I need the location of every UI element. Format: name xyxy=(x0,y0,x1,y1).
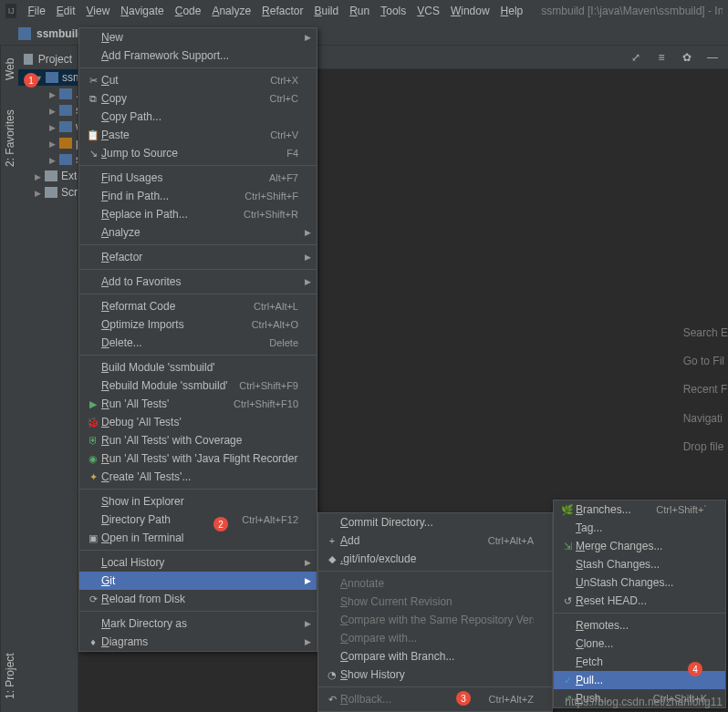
menu-shortcut: Ctrl+Shift+F10 xyxy=(234,398,298,409)
menu-item[interactable]: Show in Explorer xyxy=(79,492,317,511)
menu-item[interactable]: Compare with Branch... xyxy=(318,647,552,666)
menu-item[interactable]: Delete...Delete xyxy=(79,334,317,352)
menu-item[interactable]: Add to Favorites▶ xyxy=(79,273,317,291)
toolwindow-favorites[interactable]: 2: Favorites xyxy=(2,104,18,172)
menu-item[interactable]: ◉Run 'All Tests' with 'Java Flight Recor… xyxy=(79,449,317,468)
menubar-item-file[interactable]: File xyxy=(22,3,50,19)
menu-label: Analyze xyxy=(101,226,298,239)
folder-icon xyxy=(59,105,72,116)
menubar-item-navigate[interactable]: Navigate xyxy=(115,3,169,19)
menu-item[interactable]: Directory PathCtrl+Alt+F12 xyxy=(79,511,317,529)
menu-item[interactable]: Tag... xyxy=(554,519,725,537)
menu-label: Reset HEAD... xyxy=(576,594,707,607)
menu-item[interactable]: Reformat CodeCtrl+Alt+L xyxy=(79,297,317,315)
menu-item[interactable]: Add Framework Support... xyxy=(79,46,317,65)
chevron-right-icon: ▶ xyxy=(305,277,311,286)
menu-label: Compare with the Same Repository Version xyxy=(340,614,534,626)
menubar-item-refactor[interactable]: Refactor xyxy=(256,3,308,19)
menu-item[interactable]: ⟳Reload from Disk xyxy=(79,590,317,608)
tree-item[interactable]: ▶ss xyxy=(18,151,78,168)
menu-label: Create 'All Tests'... xyxy=(101,470,298,483)
menu-label: Commit Directory... xyxy=(340,516,534,529)
menu-icon: ▣ xyxy=(85,532,101,544)
menu-icon: + xyxy=(324,535,340,546)
tree-item[interactable]: ▶sr xyxy=(18,102,78,119)
menu-item[interactable]: ▶Run 'All Tests'Ctrl+Shift+F10 xyxy=(79,395,317,413)
menubar-item-help[interactable]: Help xyxy=(495,3,529,19)
menu-item[interactable]: Find in Path...Ctrl+Shift+F xyxy=(79,187,317,205)
menu-item[interactable]: Replace in Path...Ctrl+Shift+R xyxy=(79,205,317,223)
menu-item[interactable]: Rebuild Module 'ssmbuild'Ctrl+Shift+F9 xyxy=(79,377,317,395)
menu-item[interactable]: ♦Diagrams▶ xyxy=(79,633,317,651)
menu-item[interactable]: ↺Reset HEAD... xyxy=(554,592,725,610)
menu-item[interactable]: Refactor▶ xyxy=(79,248,317,266)
menu-label: Delete... xyxy=(101,336,258,349)
settings-icon[interactable]: ✿ xyxy=(679,49,695,66)
hide-icon[interactable]: — xyxy=(704,49,721,66)
menu-item[interactable]: Find UsagesAlt+F7 xyxy=(79,169,317,187)
tree-item[interactable]: ▶Scrat xyxy=(18,184,78,201)
tree-item[interactable]: ▶we xyxy=(18,119,78,135)
menu-label: Clone... xyxy=(576,637,707,650)
menu-item[interactable]: ▣Open in Terminal xyxy=(79,529,317,547)
expand-all-icon[interactable]: ⤢ xyxy=(628,49,644,66)
menu-item[interactable]: ✦Create 'All Tests'... xyxy=(79,468,317,486)
project-panel-header[interactable]: Project xyxy=(18,49,78,69)
collapse-all-icon[interactable]: ≡ xyxy=(653,49,670,66)
menubar-item-vcs[interactable]: VCS xyxy=(411,3,445,19)
menu-item[interactable]: Commit Directory... xyxy=(318,513,552,531)
breadcrumb-project[interactable]: ssmbuild xyxy=(36,27,85,40)
menu-label: Pull... xyxy=(576,674,707,686)
menubar-item-code[interactable]: Code xyxy=(170,3,207,19)
tree-item[interactable]: ▶po xyxy=(18,135,78,151)
menubar-item-run[interactable]: Run xyxy=(344,3,375,19)
menu-item[interactable]: Git▶ xyxy=(79,572,317,590)
menubar-item-view[interactable]: View xyxy=(81,3,116,19)
menu-item[interactable]: ◔Show History xyxy=(318,666,552,684)
menu-item[interactable]: Clone... xyxy=(554,635,725,653)
menu-icon: ◔ xyxy=(324,669,340,681)
menu-item[interactable]: ⇲Merge Changes... xyxy=(554,537,725,555)
context-menu-project: New▶Add Framework Support...✂CutCtrl+X⧉C… xyxy=(78,27,317,652)
menu-item[interactable]: Remotes... xyxy=(554,616,725,635)
toolwindow-web[interactable]: Web xyxy=(2,53,18,86)
menu-item[interactable]: Optimize ImportsCtrl+Alt+O xyxy=(79,315,317,334)
menu-item[interactable]: Copy Path... xyxy=(79,108,317,126)
menu-item[interactable]: ◆.git/info/exclude xyxy=(318,550,552,568)
menu-label: Reformat Code xyxy=(101,300,243,313)
menubar: IJ FileEditViewNavigateCodeAnalyzeRefact… xyxy=(0,0,728,22)
menu-label: Directory Path xyxy=(101,513,231,526)
menu-item[interactable]: ↘Jump to SourceF4 xyxy=(79,144,317,162)
tree-item[interactable]: ▶.id xyxy=(18,86,78,102)
module-icon xyxy=(46,72,58,83)
menubar-item-edit[interactable]: Edit xyxy=(51,3,81,19)
menu-item[interactable]: New▶ xyxy=(79,28,317,46)
menu-label: Diagrams xyxy=(101,635,298,648)
menu-item[interactable]: ⧉CopyCtrl+C xyxy=(79,89,317,108)
menubar-item-tools[interactable]: Tools xyxy=(375,3,411,19)
toolwindow-project[interactable]: 1: Project xyxy=(2,647,18,705)
menu-item[interactable]: +AddCtrl+Alt+A xyxy=(318,531,552,550)
menu-item[interactable]: 🌿Branches...Ctrl+Shift+` xyxy=(554,500,725,519)
menu-item[interactable]: Stash Changes... xyxy=(554,555,725,573)
menu-label: Replace in Path... xyxy=(101,208,233,221)
menu-label: Tag... xyxy=(576,521,707,534)
menu-item[interactable]: ✂CutCtrl+X xyxy=(79,71,317,89)
menu-item[interactable]: ⛨Run 'All Tests' with Coverage xyxy=(79,431,317,449)
menubar-item-analyze[interactable]: Analyze xyxy=(206,3,256,19)
menu-item[interactable]: 🐞Debug 'All Tests' xyxy=(79,413,317,431)
menu-label: Remotes... xyxy=(576,619,707,632)
tree-item[interactable]: ▶Exter xyxy=(18,168,78,184)
menubar-item-window[interactable]: Window xyxy=(445,3,495,19)
menu-item[interactable]: Local History▶ xyxy=(79,553,317,572)
menu-item[interactable]: Build Module 'ssmbuild' xyxy=(79,358,317,377)
folder-icon xyxy=(59,154,72,165)
menubar-item-build[interactable]: Build xyxy=(308,3,344,19)
menu-label: Jump to Source xyxy=(101,147,276,160)
menu-item[interactable]: Analyze▶ xyxy=(79,223,317,242)
menu-item: Show Current Revision xyxy=(318,593,552,611)
menu-item[interactable]: UnStash Changes... xyxy=(554,573,725,592)
menu-item[interactable]: Mark Directory as▶ xyxy=(79,614,317,633)
menu-label: Show History xyxy=(340,668,534,681)
menu-item[interactable]: 📋PasteCtrl+V xyxy=(79,126,317,144)
